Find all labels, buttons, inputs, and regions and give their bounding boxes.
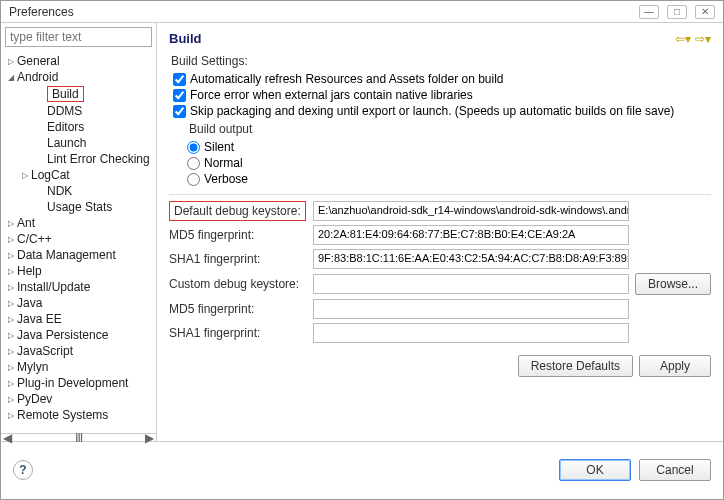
titlebar: Preferences — □ ✕ bbox=[1, 1, 723, 23]
tree-item-label: NDK bbox=[47, 184, 72, 198]
caret-icon[interactable] bbox=[5, 249, 17, 261]
tree-item-label: PyDev bbox=[17, 392, 52, 406]
caret-icon[interactable] bbox=[5, 55, 17, 67]
radio-verbose[interactable]: Verbose bbox=[187, 172, 711, 186]
tree-item-plug-in-development[interactable]: Plug-in Development bbox=[1, 375, 156, 391]
radio-silent-input[interactable] bbox=[187, 141, 200, 154]
tree-item-label: LogCat bbox=[31, 168, 70, 182]
browse-button[interactable]: Browse... bbox=[635, 273, 711, 295]
checkbox-force-error-input[interactable] bbox=[173, 89, 186, 102]
minimize-icon[interactable]: — bbox=[639, 5, 659, 19]
close-icon[interactable]: ✕ bbox=[695, 5, 715, 19]
caret-icon[interactable] bbox=[5, 297, 17, 309]
tree-item-pydev[interactable]: PyDev bbox=[1, 391, 156, 407]
maximize-icon[interactable]: □ bbox=[667, 5, 687, 19]
help-icon[interactable]: ? bbox=[13, 460, 33, 480]
md5-value: 20:2A:81:E4:09:64:68:77:BE:C7:8B:B0:E4:C… bbox=[313, 225, 629, 245]
caret-icon bbox=[35, 105, 47, 117]
sha1-label: SHA1 fingerprint: bbox=[169, 252, 307, 266]
caret-icon bbox=[35, 153, 47, 165]
content-panel: Build ⇦▾ ⇨▾ Build Settings: Automaticall… bbox=[157, 23, 723, 441]
caret-icon[interactable] bbox=[5, 409, 17, 421]
tree-item-help[interactable]: Help bbox=[1, 263, 156, 279]
checkbox-auto-refresh-label: Automatically refresh Resources and Asse… bbox=[190, 72, 504, 86]
caret-icon[interactable] bbox=[5, 313, 17, 325]
checkbox-auto-refresh[interactable]: Automatically refresh Resources and Asse… bbox=[173, 72, 711, 86]
radio-normal-input[interactable] bbox=[187, 157, 200, 170]
tree-item-label: Java bbox=[17, 296, 42, 310]
cancel-button[interactable]: Cancel bbox=[639, 459, 711, 481]
tree-item-label: C/C++ bbox=[17, 232, 52, 246]
tree-item-javascript[interactable]: JavaScript bbox=[1, 343, 156, 359]
tree-item-java-persistence[interactable]: Java Persistence bbox=[1, 327, 156, 343]
caret-icon[interactable] bbox=[5, 393, 17, 405]
tree-item-general[interactable]: General bbox=[1, 53, 156, 69]
md5-label: MD5 fingerprint: bbox=[169, 228, 307, 242]
back-icon[interactable]: ⇦▾ bbox=[675, 32, 691, 46]
tree-item-lint-error-checking[interactable]: Lint Error Checking bbox=[1, 151, 156, 167]
dialog-footer: ? OK Cancel bbox=[1, 441, 723, 497]
page-title: Build bbox=[169, 31, 202, 46]
checkbox-auto-refresh-input[interactable] bbox=[173, 73, 186, 86]
preferences-tree[interactable]: GeneralAndroidBuildDDMSEditorsLaunchLint… bbox=[1, 51, 156, 433]
tree-item-label: Launch bbox=[47, 136, 86, 150]
radio-normal[interactable]: Normal bbox=[187, 156, 711, 170]
tree-item-usage-stats[interactable]: Usage Stats bbox=[1, 199, 156, 215]
caret-icon bbox=[35, 88, 47, 100]
default-keystore-label: Default debug keystore: bbox=[169, 201, 307, 221]
tree-item-label: Usage Stats bbox=[47, 200, 112, 214]
caret-icon[interactable] bbox=[5, 265, 17, 277]
radio-verbose-label: Verbose bbox=[204, 172, 248, 186]
checkbox-skip-packaging-input[interactable] bbox=[173, 105, 186, 118]
tree-item-label: Ant bbox=[17, 216, 35, 230]
caret-icon[interactable] bbox=[5, 217, 17, 229]
tree-item-mylyn[interactable]: Mylyn bbox=[1, 359, 156, 375]
checkbox-force-error[interactable]: Force error when external jars contain n… bbox=[173, 88, 711, 102]
caret-icon[interactable] bbox=[19, 169, 31, 181]
caret-icon bbox=[35, 201, 47, 213]
radio-normal-label: Normal bbox=[204, 156, 243, 170]
ok-button[interactable]: OK bbox=[559, 459, 631, 481]
horizontal-scrollbar[interactable]: ◀Ⅲ▶ bbox=[1, 433, 156, 441]
tree-item-build[interactable]: Build bbox=[1, 85, 156, 103]
caret-icon[interactable] bbox=[5, 329, 17, 341]
tree-item-install-update[interactable]: Install/Update bbox=[1, 279, 156, 295]
md5b-value bbox=[313, 299, 629, 319]
radio-verbose-input[interactable] bbox=[187, 173, 200, 186]
caret-icon[interactable] bbox=[5, 377, 17, 389]
tree-item-ant[interactable]: Ant bbox=[1, 215, 156, 231]
tree-item-remote-systems[interactable]: Remote Systems bbox=[1, 407, 156, 423]
caret-icon[interactable] bbox=[5, 345, 17, 357]
restore-defaults-button[interactable]: Restore Defaults bbox=[518, 355, 633, 377]
tree-item-launch[interactable]: Launch bbox=[1, 135, 156, 151]
caret-icon[interactable] bbox=[5, 233, 17, 245]
tree-item-label: Java Persistence bbox=[17, 328, 108, 342]
tree-item-ddms[interactable]: DDMS bbox=[1, 103, 156, 119]
tree-item-label: Editors bbox=[47, 120, 84, 134]
tree-item-c-c-[interactable]: C/C++ bbox=[1, 231, 156, 247]
forward-icon[interactable]: ⇨▾ bbox=[695, 32, 711, 46]
tree-item-label: Android bbox=[17, 70, 58, 84]
custom-keystore-input[interactable] bbox=[313, 274, 629, 294]
tree-item-logcat[interactable]: LogCat bbox=[1, 167, 156, 183]
tree-item-label: Lint Error Checking bbox=[47, 152, 150, 166]
caret-icon[interactable] bbox=[5, 281, 17, 293]
tree-item-editors[interactable]: Editors bbox=[1, 119, 156, 135]
tree-item-data-management[interactable]: Data Management bbox=[1, 247, 156, 263]
tree-item-android[interactable]: Android bbox=[1, 69, 156, 85]
tree-item-label: Mylyn bbox=[17, 360, 48, 374]
apply-button[interactable]: Apply bbox=[639, 355, 711, 377]
tree-item-java[interactable]: Java bbox=[1, 295, 156, 311]
tree-item-ndk[interactable]: NDK bbox=[1, 183, 156, 199]
tree-item-java-ee[interactable]: Java EE bbox=[1, 311, 156, 327]
tree-item-label: Java EE bbox=[17, 312, 62, 326]
tree-item-label: Install/Update bbox=[17, 280, 90, 294]
checkbox-skip-packaging[interactable]: Skip packaging and dexing until export o… bbox=[173, 104, 711, 118]
default-keystore-value: E:\anzhuo\android-sdk_r14-windows\androi… bbox=[313, 201, 629, 221]
checkbox-force-error-label: Force error when external jars contain n… bbox=[190, 88, 473, 102]
filter-input[interactable] bbox=[5, 27, 152, 47]
caret-icon[interactable] bbox=[5, 361, 17, 373]
radio-silent[interactable]: Silent bbox=[187, 140, 711, 154]
caret-icon[interactable] bbox=[5, 71, 17, 83]
tree-item-label: Help bbox=[17, 264, 42, 278]
